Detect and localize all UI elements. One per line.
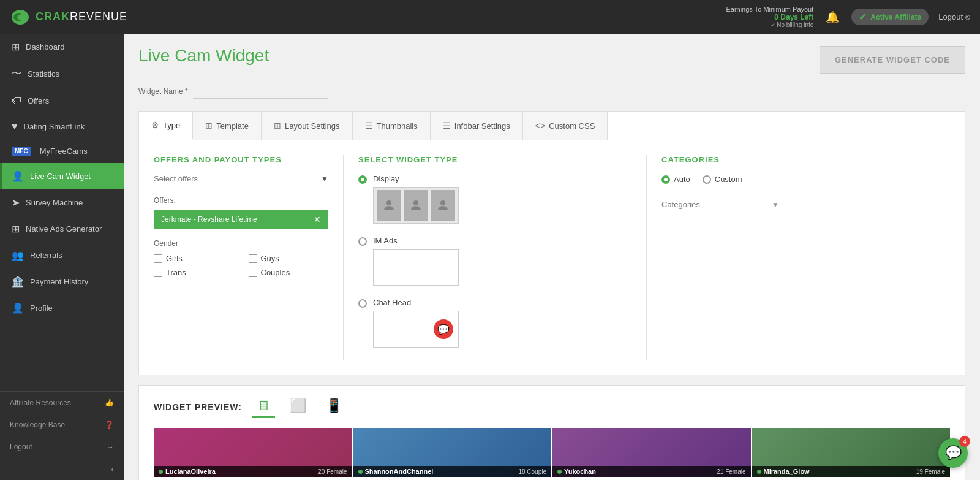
offers-heading: OFFERS AND PAYOUT TYPES [154, 155, 328, 164]
desktop-preview-button[interactable]: 🖥 [252, 395, 275, 418]
tab-custom-css[interactable]: <> Custom CSS [523, 112, 608, 140]
sidebar-item-label: Referrals [30, 251, 62, 260]
auto-label: Auto [674, 175, 690, 184]
sidebar-item-payment-history[interactable]: 🏦 Payment History [0, 269, 124, 295]
remove-offer-button[interactable]: ✕ [314, 215, 321, 224]
widget-name-row: Widget Name * [138, 83, 965, 99]
cam-card-2: ShannonAndChannel 18 Couple [353, 428, 552, 477]
tab-type-label: Type [163, 121, 180, 130]
guys-label: Guys [261, 254, 279, 263]
gender-guys: Guys [249, 254, 329, 263]
widget-type-display: Display [358, 174, 631, 224]
offer-tag-label: Jerkmate - Revshare Lifetime [161, 215, 257, 224]
native-ads-icon: ⊞ [12, 223, 20, 235]
select-offers-row[interactable]: ▼ [154, 174, 328, 186]
sidebar-logout-label: Logout [10, 443, 32, 451]
gender-girls: Girls [154, 254, 234, 263]
custom-radio[interactable] [703, 175, 711, 184]
layout-icon: ⊞ [274, 121, 281, 131]
select-offers-input[interactable] [154, 174, 321, 183]
auto-radio-option[interactable]: Auto [662, 174, 690, 184]
sidebar-item-referrals[interactable]: 👥 Referrals [0, 242, 124, 269]
sidebar-item-dating-smartlink[interactable]: ♥ Dating SmartLink [0, 113, 124, 139]
categories-input[interactable] [662, 196, 772, 213]
sidebar: ⊞ Dashboard 〜 Statistics 🏷 Offers ♥ Dati… [0, 34, 124, 480]
girls-label: Girls [166, 254, 183, 263]
sidebar-item-knowledge-base[interactable]: Knowledge Base ❓ [0, 414, 124, 436]
dropdown-arrow-icon: ▼ [321, 175, 328, 183]
notifications-button[interactable]: 🔔 [823, 8, 842, 26]
widget-type-chat-head: Chat Head 💬 [358, 298, 631, 348]
gender-trans: Trans [154, 268, 234, 277]
cam-thumb-2 [404, 190, 428, 221]
widget-name-input[interactable] [193, 83, 328, 99]
display-radio[interactable] [358, 175, 367, 184]
chat-head-radio[interactable] [358, 299, 367, 308]
chat-float-button[interactable]: 💬 4 [938, 438, 968, 468]
tab-template[interactable]: ⊞ Template [193, 112, 262, 140]
custom-radio-option[interactable]: Custom [703, 174, 742, 184]
sidebar-item-survey-machine[interactable]: ➤ Survey Machine [0, 189, 124, 216]
cam-card-overlay-2: ShannonAndChannel 18 Couple [353, 466, 552, 477]
logout-button[interactable]: Logout ⎋ [938, 12, 970, 21]
earnings-area: Earnings To Minimum Payout 0 Days Left ✓… [726, 6, 813, 28]
live-dot-3 [557, 470, 562, 474]
offer-tag: Jerkmate - Revshare Lifetime ✕ [154, 210, 328, 229]
widget-type-im-ads: IM Ads [358, 236, 631, 286]
im-ads-preview [373, 249, 459, 286]
sidebar-item-label: Statistics [28, 69, 59, 78]
categories-heading: CATEGORIES [662, 155, 935, 164]
collapse-icon: ‹ [111, 464, 114, 474]
girls-checkbox[interactable] [154, 254, 162, 263]
sidebar-item-native-ads[interactable]: ⊞ Native Ads Generator [0, 216, 124, 242]
auto-radio[interactable] [662, 175, 670, 184]
guys-checkbox[interactable] [249, 254, 257, 263]
cam-info-1: 20 Female [318, 468, 347, 475]
cam-info-2: 18 Couple [518, 468, 546, 475]
tab-type[interactable]: ⚙ Type [139, 112, 193, 140]
offers-column: OFFERS AND PAYOUT TYPES ▼ Offers: Jerkma… [154, 155, 344, 360]
sidebar-item-offers[interactable]: 🏷 Offers [0, 88, 124, 113]
sidebar-item-myfreecams[interactable]: MFC MyFreeCams [0, 139, 124, 163]
page-title: Live Cam Widget [138, 46, 269, 66]
categories-dropdown-icon: ▼ [772, 200, 779, 209]
tabs-bar: ⚙ Type ⊞ Template ⊞ Layout Settings ☰ Th… [138, 111, 965, 140]
cam-thumb-3 [431, 190, 455, 221]
sidebar-logout-icon: → [107, 443, 114, 451]
tab-layout-settings[interactable]: ⊞ Layout Settings [262, 112, 353, 140]
tab-infobar-settings[interactable]: ☰ Infobar Settings [431, 112, 523, 140]
tab-thumbnails[interactable]: ☰ Thumbnails [353, 112, 431, 140]
sidebar-item-affiliate-resources[interactable]: Affiliate Resources 👍 [0, 392, 124, 414]
gear-icon: ⚙ [151, 120, 159, 130]
offers-label: Offers: [154, 196, 328, 205]
sidebar-item-dashboard[interactable]: ⊞ Dashboard [0, 34, 124, 60]
payment-icon: 🏦 [12, 276, 24, 288]
gender-couples: Couples [249, 268, 329, 277]
live-dot-4 [757, 470, 761, 474]
type-section: OFFERS AND PAYOUT TYPES ▼ Offers: Jerkma… [154, 155, 950, 360]
im-ads-radio[interactable] [358, 237, 367, 246]
cam-cards-grid: LucianaOliveira 20 Female ShannonAndChan… [154, 428, 950, 477]
sidebar-item-label: Dashboard [26, 42, 65, 51]
sidebar-collapse-button[interactable]: ‹ [0, 458, 124, 480]
mfc-icon: MFC [12, 147, 31, 156]
cam-card-overlay-3: Yukochan 21 Female [552, 466, 751, 477]
sidebar-item-statistics[interactable]: 〜 Statistics [0, 60, 124, 88]
mobile-preview-button[interactable]: 📱 [321, 395, 347, 418]
sidebar-item-label: Payment History [30, 277, 88, 286]
cam-name-3: Yukochan [564, 468, 714, 475]
live-dot-2 [358, 470, 363, 474]
sidebar-bottom: Affiliate Resources 👍 Knowledge Base ❓ L… [0, 391, 124, 480]
affiliate-badge: ✔ Active Affiliate [851, 9, 929, 25]
tablet-preview-button[interactable]: ⬜ [285, 395, 311, 418]
svg-point-4 [440, 200, 445, 205]
trans-checkbox[interactable] [154, 269, 162, 277]
sidebar-item-profile[interactable]: 👤 Profile [0, 295, 124, 321]
sidebar-item-logout[interactable]: Logout → [0, 436, 124, 458]
sidebar-item-live-cam-widget[interactable]: 👤 Live Cam Widget [0, 163, 124, 189]
top-navigation: CRAKREVENUE Earnings To Minimum Payout 0… [0, 0, 980, 34]
couples-checkbox[interactable] [249, 269, 257, 277]
offers-icon: 🏷 [12, 95, 21, 106]
generate-widget-code-button[interactable]: GENERATE WIDGET CODE [820, 46, 965, 74]
affiliate-resources-label: Affiliate Resources [10, 398, 71, 407]
